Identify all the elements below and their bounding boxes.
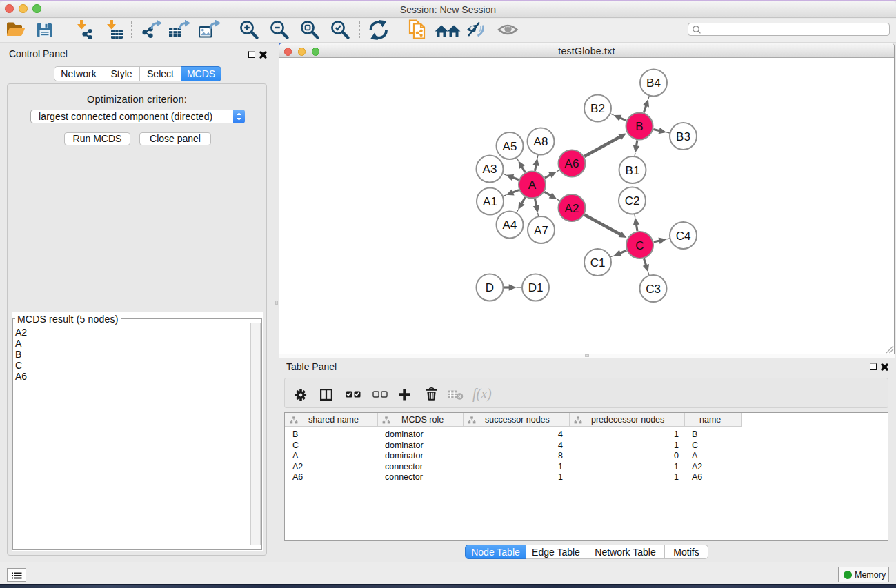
svg-text:A8: A8	[534, 135, 548, 148]
svg-text:B1: B1	[626, 164, 640, 177]
svg-text:A5: A5	[503, 140, 517, 153]
svg-text:A4: A4	[503, 219, 517, 232]
svg-text:B2: B2	[590, 102, 605, 115]
svg-text:C4: C4	[676, 230, 691, 243]
svg-text:A: A	[528, 179, 537, 192]
svg-text:A7: A7	[534, 224, 548, 237]
svg-text:A2: A2	[565, 202, 579, 215]
svg-text:A1: A1	[483, 195, 497, 208]
svg-text:D1: D1	[528, 281, 544, 294]
svg-text:B: B	[635, 120, 643, 133]
svg-text:A6: A6	[565, 157, 579, 170]
svg-text:C3: C3	[646, 283, 661, 296]
svg-text:C1: C1	[590, 256, 606, 270]
svg-text:B3: B3	[676, 130, 690, 143]
svg-text:C2: C2	[625, 194, 640, 207]
svg-text:A3: A3	[483, 163, 497, 176]
svg-text:C: C	[635, 239, 644, 252]
svg-text:D: D	[486, 281, 494, 294]
svg-text:B4: B4	[646, 77, 661, 90]
